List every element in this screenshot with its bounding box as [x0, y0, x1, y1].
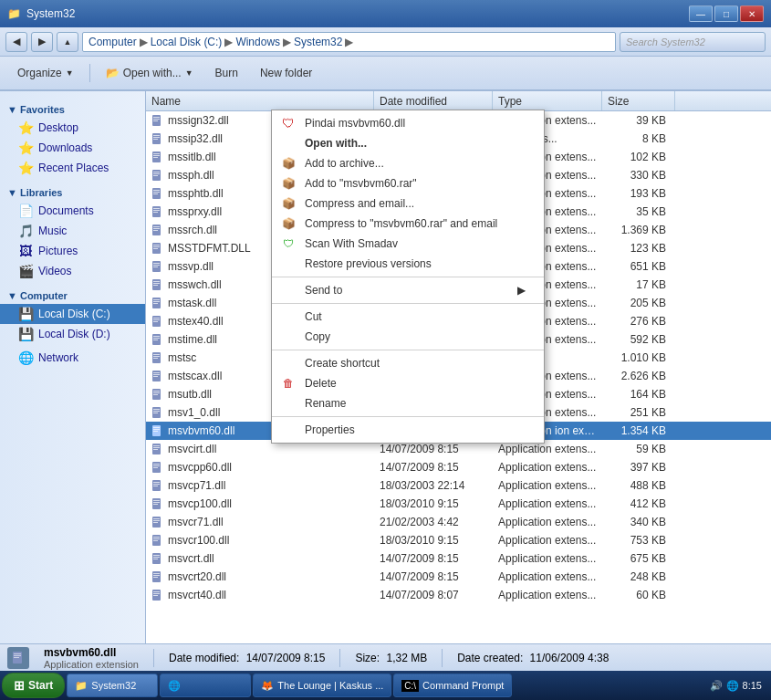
context-menu-item[interactable]: 📦Add to "msvbvm60.rar": [272, 173, 544, 193]
up-button[interactable]: ▲: [57, 32, 78, 52]
taskbar-icon-firefox: 🦊: [261, 680, 274, 692]
sep1: ▶: [140, 36, 148, 48]
context-menu-item[interactable]: 📦Compress to "msvbvm60.rar" and email: [272, 214, 544, 234]
svg-rect-15: [153, 175, 158, 176]
file-name: msvcp71.dll: [146, 479, 374, 492]
sidebar-item-desktop[interactable]: ⭐ Desktop: [0, 118, 145, 138]
status-date-modified: Date modified: 14/07/2009 8:15: [169, 652, 325, 664]
context-menu-item[interactable]: 🗑Delete: [272, 373, 544, 393]
favorites-label: Favorites: [20, 104, 65, 115]
breadcrumb-windows[interactable]: Windows: [235, 36, 280, 48]
svg-rect-105: [153, 591, 160, 592]
file-icon: [151, 443, 164, 455]
context-menu-item[interactable]: Rename: [272, 393, 544, 413]
context-menu-item[interactable]: Open with...: [272, 133, 544, 153]
sidebar-item-downloads[interactable]: ⭐ Downloads: [0, 138, 145, 158]
file-icon: [151, 370, 164, 382]
favorites-header[interactable]: ▼ Favorites: [0, 99, 145, 118]
sidebar-item-videos[interactable]: 🎬 Videos: [0, 261, 145, 281]
file-type: Application extens...: [493, 516, 602, 528]
new-folder-button[interactable]: New folder: [250, 60, 322, 86]
file-row[interactable]: msvcrt40.dll 14/07/2009 8:07 Application…: [146, 586, 771, 604]
context-menu-item[interactable]: Create shortcut: [272, 353, 544, 373]
file-size: 17 KB: [602, 278, 675, 291]
recent-label: Recent Places: [38, 162, 109, 174]
status-file-icon: [7, 647, 29, 669]
file-size: 205 KB: [602, 297, 675, 309]
libraries-label: Libraries: [20, 187, 62, 198]
file-row[interactable]: msvcr100.dll 18/03/2010 9:15 Application…: [146, 531, 771, 549]
taskbar-btn-cmd[interactable]: C:\ Command Prompt: [393, 674, 512, 697]
context-menu-item[interactable]: 🛡Scan With Smadav: [272, 234, 544, 254]
context-menu-item[interactable]: Send to▶: [272, 280, 544, 300]
svg-rect-26: [153, 228, 160, 229]
forward-button[interactable]: ▶: [31, 32, 53, 52]
context-menu-item[interactable]: Cut: [272, 307, 544, 327]
file-row[interactable]: msvcrt.dll 14/07/2009 8:15 Application e…: [146, 549, 771, 568]
file-name: msvcr71.dll: [146, 516, 374, 528]
burn-button[interactable]: Burn: [205, 60, 248, 86]
col-header-size[interactable]: Size: [602, 91, 675, 110]
clock: 8:15: [743, 680, 762, 691]
sidebar-item-documents[interactable]: 📄 Documents: [0, 201, 145, 221]
context-menu-item[interactable]: 📦Add to archive...: [272, 153, 544, 173]
ctx-item-label: Restore previous versions: [305, 257, 432, 270]
sidebar-item-music[interactable]: 🎵 Music: [0, 221, 145, 241]
maximize-button[interactable]: □: [714, 5, 738, 22]
context-menu-item[interactable]: 🛡Pindai msvbvm60.dll: [272, 113, 544, 133]
sidebar-item-pictures[interactable]: 🖼 Pictures: [0, 241, 145, 261]
file-icon: [151, 260, 164, 273]
sidebar-item-localdisk-c[interactable]: 💾 Local Disk (C:): [0, 304, 145, 324]
svg-rect-10: [153, 155, 160, 156]
file-date: 14/07/2009 8:15: [374, 443, 493, 455]
context-menu-item[interactable]: Properties: [272, 420, 544, 440]
ctx-item-label: Delete: [305, 377, 337, 390]
start-button[interactable]: ⊞ Start: [2, 673, 65, 698]
col-header-name[interactable]: Name: [146, 91, 374, 110]
svg-rect-59: [153, 376, 158, 377]
svg-rect-42: [153, 301, 160, 302]
col-header-type[interactable]: Type: [493, 91, 602, 110]
file-row[interactable]: msvcp100.dll 18/03/2010 9:15 Application…: [146, 495, 771, 513]
col-header-date[interactable]: Date modified: [374, 91, 493, 110]
status-date-created-value: 11/06/2009 4:38: [530, 652, 610, 664]
file-size: 753 KB: [602, 534, 675, 547]
file-row[interactable]: msvcrt20.dll 14/07/2009 8:15 Application…: [146, 568, 771, 586]
sidebar-item-recent[interactable]: ⭐ Recent Places: [0, 158, 145, 178]
back-button[interactable]: ◀: [5, 32, 27, 52]
breadcrumb-system32[interactable]: System32: [294, 36, 342, 48]
address-path[interactable]: Computer ▶ Local Disk (C:) ▶ Windows ▶ S…: [82, 32, 616, 52]
file-row[interactable]: msvcr71.dll 21/02/2003 4:42 Application …: [146, 513, 771, 531]
open-with-button[interactable]: 📂 Open with... ▼: [96, 60, 203, 86]
taskbar-btn-firefox[interactable]: 🦊 The Lounge | Kaskus ...: [253, 674, 391, 697]
file-type: Application extens...: [493, 534, 602, 547]
breadcrumb-localdisk[interactable]: Local Disk (C:): [151, 36, 223, 48]
minimize-button[interactable]: —: [689, 5, 713, 22]
sidebar-item-network[interactable]: 🌐 Network: [0, 348, 145, 368]
file-date: 14/07/2009 8:15: [374, 552, 493, 565]
file-row[interactable]: msvcpp60.dll 14/07/2009 8:15 Application…: [146, 458, 771, 476]
context-menu-item[interactable]: Copy: [272, 327, 544, 347]
svg-rect-78: [153, 465, 160, 466]
context-menu-item[interactable]: Restore previous versions: [272, 254, 544, 274]
ctx-item-label: Cut: [305, 310, 322, 323]
breadcrumb-computer[interactable]: Computer: [89, 36, 137, 48]
svg-rect-87: [153, 504, 158, 505]
taskbar-btn-system32[interactable]: 📁 System32: [67, 674, 158, 697]
organize-button[interactable]: Organize ▼: [7, 60, 84, 86]
file-icon: [151, 406, 164, 419]
status-date-created: Date created: 11/06/2009 4:38: [457, 652, 609, 664]
close-button[interactable]: ✕: [740, 5, 764, 22]
music-icon: 🎵: [18, 224, 33, 238]
taskbar-btn-ie[interactable]: 🌐: [160, 674, 251, 697]
open-with-label: Open with...: [123, 67, 182, 79]
svg-rect-5: [153, 135, 160, 136]
libraries-header[interactable]: ▼ Libraries: [0, 182, 145, 201]
computer-header[interactable]: ▼ Computer: [0, 285, 145, 304]
search-button[interactable]: Search System32: [620, 32, 766, 52]
file-icon: [151, 589, 164, 601]
sidebar-item-localdisk-d[interactable]: 💾 Local Disk (D:): [0, 324, 145, 344]
file-icon: [151, 552, 164, 565]
file-row[interactable]: msvcp71.dll 18/03/2003 22:14 Application…: [146, 476, 771, 495]
context-menu-item[interactable]: 📦Compress and email...: [272, 193, 544, 214]
